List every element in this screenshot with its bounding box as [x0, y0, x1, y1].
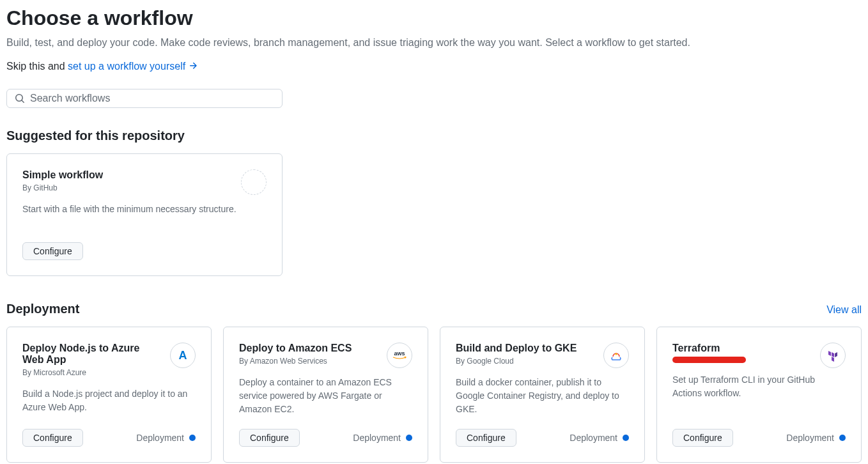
svg-point-1 [616, 353, 617, 355]
arrow-right-icon [188, 61, 198, 73]
configure-button[interactable]: Configure [239, 429, 300, 447]
configure-button[interactable]: Configure [22, 242, 83, 260]
setup-workflow-link[interactable]: set up a workflow yourself [68, 61, 198, 72]
card-author: By Microsoft Azure [22, 368, 162, 377]
deployment-section-title: Deployment [6, 302, 79, 316]
deploy-card-terraform: Terraform Set up Terraform CLI in your G… [656, 327, 862, 463]
deployment-badge: Deployment [570, 433, 629, 443]
card-description: Build a docker container, publish it to … [456, 376, 629, 416]
card-title: Simple workflow [22, 169, 103, 181]
suggested-section-title: Suggested for this repository [6, 128, 862, 143]
card-title: Terraform [672, 343, 746, 354]
card-description: Set up Terraform CLI in your GitHub Acti… [672, 373, 846, 416]
card-title: Deploy Node.js to Azure Web App [22, 343, 162, 366]
search-container[interactable] [6, 89, 283, 108]
skip-line: Skip this and set up a workflow yourself [6, 61, 862, 73]
deployment-grid: Deploy Node.js to Azure Web App By Micro… [6, 327, 862, 463]
redacted-author [672, 357, 746, 363]
terraform-icon [820, 343, 846, 368]
setup-workflow-link-text: set up a workflow yourself [68, 61, 185, 72]
search-icon [15, 93, 25, 104]
page-description: Build, test, and deploy your code. Make … [6, 35, 862, 50]
svg-text:aws: aws [394, 350, 405, 357]
deployment-badge: Deployment [136, 433, 196, 443]
svg-marker-5 [832, 357, 834, 362]
dot-icon [839, 435, 846, 441]
deploy-card-azure: Deploy Node.js to Azure Web App By Micro… [6, 327, 212, 463]
dot-icon [623, 435, 629, 441]
configure-button[interactable]: Configure [672, 429, 733, 447]
badge-label: Deployment [353, 433, 401, 443]
card-author: By Amazon Web Services [239, 357, 352, 366]
dot-icon [406, 435, 412, 441]
configure-button[interactable]: Configure [22, 429, 83, 447]
placeholder-icon [241, 169, 267, 195]
dot-icon [189, 435, 196, 441]
svg-marker-4 [835, 352, 837, 357]
svg-marker-2 [828, 351, 831, 356]
deploy-card-ecs: Deploy to Amazon ECS By Amazon Web Servi… [223, 327, 428, 463]
badge-label: Deployment [786, 433, 834, 443]
deployment-badge: Deployment [353, 433, 412, 443]
card-title: Deploy to Amazon ECS [239, 343, 352, 354]
card-author: By GitHub [22, 183, 103, 192]
suggested-card: Simple workflow By GitHub Start with a f… [6, 153, 283, 276]
deploy-card-gke: Build and Deploy to GKE By Google Cloud … [440, 327, 645, 463]
card-description: Start with a file with the minimum neces… [22, 203, 267, 229]
card-title: Build and Deploy to GKE [456, 343, 577, 354]
search-input[interactable] [30, 93, 274, 104]
deployment-badge: Deployment [786, 433, 846, 443]
skip-prefix: Skip this and [6, 61, 68, 72]
badge-label: Deployment [136, 433, 184, 443]
card-description: Build a Node.js project and deploy it to… [22, 387, 196, 416]
configure-button[interactable]: Configure [456, 429, 516, 447]
aws-icon: aws [387, 343, 412, 368]
page-title: Choose a workflow [6, 6, 862, 30]
badge-label: Deployment [570, 433, 617, 443]
svg-marker-3 [832, 352, 834, 357]
card-description: Deploy a container to an Amazon ECS serv… [239, 376, 412, 416]
azure-icon: A [170, 343, 196, 368]
card-author: By Google Cloud [456, 357, 577, 366]
view-all-link[interactable]: View all [826, 304, 862, 316]
google-cloud-icon [603, 343, 629, 368]
